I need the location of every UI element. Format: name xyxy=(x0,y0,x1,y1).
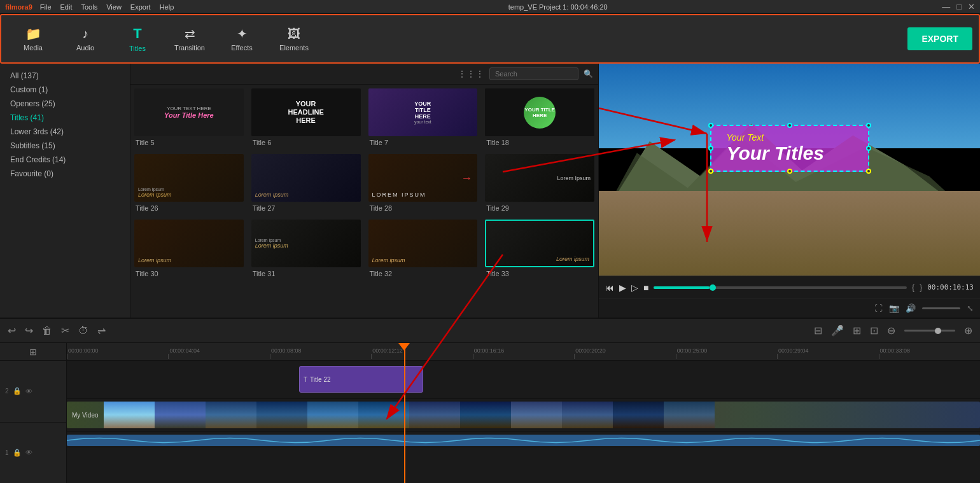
play-alt-button[interactable]: ▷ xyxy=(631,283,638,293)
fullscreen-icon[interactable]: ⛶ xyxy=(874,304,883,313)
title-item-7[interactable]: YOUR TITLE HERE your text Title 7 xyxy=(365,85,482,150)
toolbar-titles[interactable]: T Titles xyxy=(112,18,163,60)
menu-tools[interactable]: Tools xyxy=(81,3,98,11)
volume-slider[interactable] xyxy=(922,307,960,309)
voiceover-button[interactable]: ⊞ xyxy=(853,325,861,337)
sidebar-item-openers[interactable]: Openers (25) xyxy=(0,97,130,111)
layer-2-lock[interactable]: 🔒 xyxy=(13,387,22,395)
play-button[interactable]: ▶ xyxy=(619,283,626,293)
sidebar-item-custom[interactable]: Custom (1) xyxy=(0,83,130,97)
sidebar-item-lower3rds[interactable]: Lower 3rds (42) xyxy=(0,125,130,139)
sidebar-item-subtitles[interactable]: Subtitles (15) xyxy=(0,139,130,153)
title-item-28[interactable]: LOREM IPSUM → Title 28 xyxy=(365,150,482,216)
titles-grid-row1: YOUR TEXT HERE Your Title Here Title 5 Y… xyxy=(130,85,598,150)
sidebar-item-all[interactable]: All (137) xyxy=(0,69,130,83)
maximize2-icon[interactable]: ⤡ xyxy=(967,304,974,313)
audio-strip[interactable] xyxy=(67,435,980,446)
titles-icon: T xyxy=(133,25,141,42)
title-thumb-33: Lorem ipsum xyxy=(485,220,594,267)
sidebar: All (137) Custom (1) Openers (25) Titles… xyxy=(0,64,130,318)
timeline-toolbar: ↩ ↪ 🗑 ✂ ⏱ ⇌ ⊟ 🎤 ⊞ ⊡ ⊖ ⊕ xyxy=(0,319,980,343)
bracket-right[interactable]: } xyxy=(920,283,922,292)
menu-view[interactable]: View xyxy=(106,3,122,11)
clock-button[interactable]: ⏱ xyxy=(78,325,88,337)
content-toolbar: ⋮⋮⋮ 🔍 xyxy=(130,64,598,85)
playhead-line xyxy=(404,343,405,483)
title-item-30[interactable]: Lorem ipsum Title 30 xyxy=(130,216,248,281)
sidebar-item-favourite[interactable]: Favourite (0) xyxy=(0,167,130,181)
mic-button[interactable]: 🎤 xyxy=(831,325,844,337)
title-item-33[interactable]: Lorem ipsum Title 33 xyxy=(481,216,598,281)
title-item-5[interactable]: YOUR TEXT HERE Your Title Here Title 5 xyxy=(130,85,248,150)
menu-bar: File Edit Tools View Export Help xyxy=(40,3,174,11)
search-icon[interactable]: 🔍 xyxy=(584,69,593,78)
minimize-icon[interactable]: — xyxy=(942,2,950,11)
title-item-31[interactable]: Lorem ipsum Lorem ipsum Title 31 xyxy=(248,216,365,281)
title-item-29[interactable]: Lorem Ipsum Title 29 xyxy=(481,150,598,216)
title-item-26[interactable]: Lorem Ipsum Lorem Ipsum Title 26 xyxy=(130,150,248,216)
preview-title-overlay: Your Text Your Titles xyxy=(710,125,869,172)
menu-export[interactable]: Export xyxy=(130,3,151,11)
layer-2-eye[interactable]: 👁 xyxy=(25,388,32,395)
close-icon[interactable]: ✕ xyxy=(968,2,975,11)
add-track-icon[interactable]: ⊞ xyxy=(29,347,37,357)
title-29-label: Title 29 xyxy=(485,204,594,212)
title-item-27[interactable]: Lorem Ipsum Title 27 xyxy=(248,150,365,216)
ruler-marks: 00:00:00:00 00:00:04:04 00:00:08:08 00:0… xyxy=(67,343,980,360)
audio-label: Audio xyxy=(76,44,94,52)
bracket-left[interactable]: { xyxy=(912,283,914,292)
title-thumb-29: Lorem Ipsum xyxy=(485,154,594,202)
redo-button[interactable]: ↪ xyxy=(25,325,33,337)
skip-back-button[interactable]: ⏮ xyxy=(605,283,614,293)
adjust-button[interactable]: ⇌ xyxy=(97,325,106,337)
title-item-32[interactable]: Lorem ipsum Title 32 xyxy=(365,216,482,281)
zoom-slider[interactable] xyxy=(904,330,955,332)
main-area: All (137) Custom (1) Openers (25) Titles… xyxy=(0,64,980,318)
toolbar-elements[interactable]: 🖼 Elements xyxy=(269,18,319,60)
sidebar-item-titles[interactable]: Titles (41) xyxy=(0,111,130,125)
ruler-mark-2: 00:00:08:08 xyxy=(270,347,371,359)
layer-1-lock[interactable]: 🔒 xyxy=(13,449,22,457)
screenshot-icon[interactable]: 📷 xyxy=(889,304,899,313)
titles-grid-row2: Lorem Ipsum Lorem Ipsum Title 26 Lorem I… xyxy=(130,150,598,216)
export-button[interactable]: EXPORT xyxy=(907,27,972,50)
stop-button[interactable]: ■ xyxy=(643,283,648,293)
toolbar-audio[interactable]: ♪ Audio xyxy=(60,18,111,60)
undo-button[interactable]: ↩ xyxy=(8,325,16,337)
progress-dot xyxy=(710,284,716,291)
timeline-tools-left: ↩ ↪ 🗑 ✂ ⏱ ⇌ xyxy=(8,325,106,337)
ruler-mark-7: 00:00:29:04 xyxy=(777,347,878,359)
toolbar-media[interactable]: 📁 Media xyxy=(8,18,59,60)
timeline-ruler: 00:00:00:00 00:00:04:04 00:00:08:08 00:0… xyxy=(67,343,980,361)
menu-file[interactable]: File xyxy=(40,3,52,11)
title-27-label: Title 27 xyxy=(251,204,361,212)
progress-bar[interactable] xyxy=(654,286,907,289)
title-thumb-30: Lorem ipsum xyxy=(134,220,244,267)
elements-label: Elements xyxy=(279,44,309,52)
toolbar-transition[interactable]: ⇄ Transition xyxy=(164,18,215,60)
sidebar-item-endcredits[interactable]: End Credits (14) xyxy=(0,153,130,167)
delete-button[interactable]: 🗑 xyxy=(42,325,52,337)
minus-button[interactable]: ⊖ xyxy=(887,325,895,337)
title-item-18[interactable]: YOUR TITLEHERE Title 18 xyxy=(481,85,598,150)
app-logo: filmora9 xyxy=(5,3,32,11)
overlay-button[interactable]: ⊡ xyxy=(870,325,878,337)
layer-1-eye[interactable]: 👁 xyxy=(25,449,32,456)
time-display: 00:00:10:13 xyxy=(927,283,974,291)
volume-icon[interactable]: 🔊 xyxy=(906,304,916,313)
plus-button[interactable]: ⊕ xyxy=(964,325,972,337)
video-strip[interactable]: My Video xyxy=(67,402,980,428)
audio-waveform xyxy=(67,435,980,446)
cut-button[interactable]: ✂ xyxy=(61,325,69,337)
toolbar-effects[interactable]: ✦ Effects xyxy=(216,18,267,60)
title-item-6[interactable]: YOURHEADLINEHERE Title 6 xyxy=(248,85,365,150)
grid-view-icon[interactable]: ⋮⋮⋮ xyxy=(458,69,484,79)
menu-help[interactable]: Help xyxy=(160,3,174,11)
maximize-icon[interactable]: □ xyxy=(956,2,962,11)
search-input[interactable] xyxy=(489,67,578,80)
menu-edit[interactable]: Edit xyxy=(60,3,73,11)
marker-button[interactable]: ⊟ xyxy=(814,325,822,337)
title-7-label: Title 7 xyxy=(368,139,478,146)
playhead-marker xyxy=(398,343,410,351)
timeline-tools-right: ⊟ 🎤 ⊞ ⊡ ⊖ ⊕ xyxy=(814,325,972,337)
